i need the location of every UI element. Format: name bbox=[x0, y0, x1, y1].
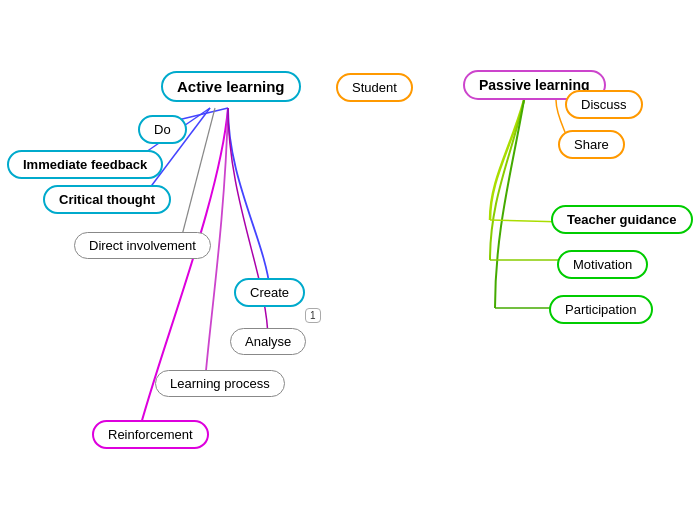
create-node: Create bbox=[234, 278, 305, 307]
svg-line-0 bbox=[178, 108, 228, 120]
active-learning-node: Active learning bbox=[161, 71, 301, 102]
analyse-node: Analyse bbox=[230, 328, 306, 355]
share-node: Share bbox=[558, 130, 625, 159]
discuss-node: Discuss bbox=[565, 90, 643, 119]
teacher-guidance-node: Teacher guidance bbox=[551, 205, 693, 234]
critical-thought-node: Critical thought bbox=[43, 185, 171, 214]
student-node: Student bbox=[336, 73, 413, 102]
create-badge: 1 bbox=[305, 308, 321, 323]
do-node: Do bbox=[138, 115, 187, 144]
reinforcement-node: Reinforcement bbox=[92, 420, 209, 449]
immediate-feedback-node: Immediate feedback bbox=[7, 150, 163, 179]
direct-involvement-node: Direct involvement bbox=[74, 232, 211, 259]
learning-process-node: Learning process bbox=[155, 370, 285, 397]
participation-node: Participation bbox=[549, 295, 653, 324]
motivation-node: Motivation bbox=[557, 250, 648, 279]
